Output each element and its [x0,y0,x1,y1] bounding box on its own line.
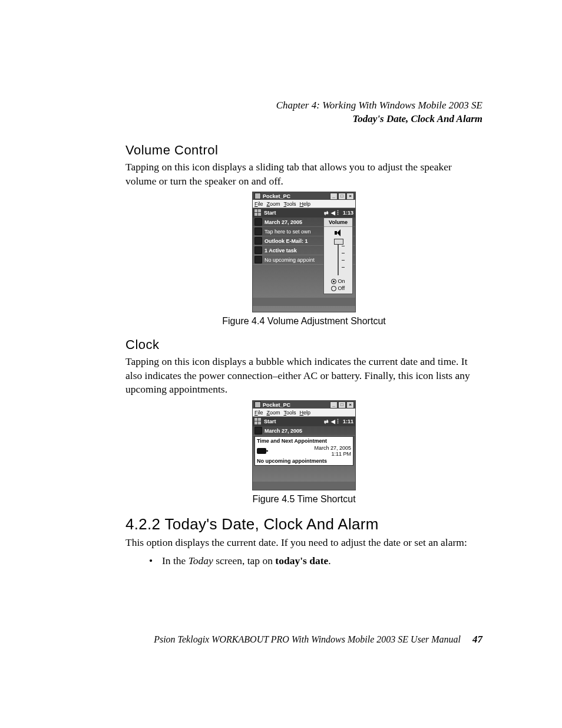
figure-4-4-caption: Figure 4.4 Volume Adjustment Shortcut [125,316,482,327]
radio-off[interactable]: Off [331,285,345,292]
start-label[interactable]: Start [264,419,276,424]
figure-4-5-caption: Figure 4.5 Time Shortcut [125,494,482,505]
bubble-datetime: March 27, 2005 1:11 PM [314,445,351,457]
figure-4-5-wrap: Pocket_PC _ □ × File Zoom Tools Help Sta… [125,400,482,490]
radio-off-label: Off [338,285,345,292]
bullet-bold: today's date [275,555,328,566]
window-title: Pocket_PC [263,402,290,408]
menu-zoom[interactable]: Zoom [267,201,280,207]
speaker-icon[interactable]: ◀⋮ [331,419,340,424]
pocket-pc-window: Pocket_PC _ □ × File Zoom Tools Help Sta… [252,400,356,490]
calendar-icon [254,256,262,263]
windows-flag-icon[interactable] [254,417,262,426]
speaker-icon[interactable]: ◀⋮ [331,210,340,216]
titlebar-buttons: _ □ × [329,401,354,409]
menu-tools[interactable]: Tools [284,410,296,416]
bullet-text: In the Today screen, tap on today's date… [162,555,331,567]
bullet-marker: • [149,555,162,567]
app-icon [254,401,261,408]
start-bar: Start ⇄ ◀⋮ 1:11 [253,417,355,426]
bubble-no-appointments: No upcoming appointments [257,458,351,464]
menubar: File Zoom Tools Help [253,200,355,208]
slider-tick [342,267,345,268]
volume-slider[interactable] [333,239,343,275]
today-footer [253,298,355,306]
bullet-ital: Today [189,555,213,566]
row-task-text: 1 Active task [265,248,297,253]
start-label[interactable]: Start [264,210,276,216]
para-4-2-2: This option displays the current date. I… [125,536,482,550]
slider-tick [342,260,345,261]
time-bubble: Time and Next Appointment March 27, 2005… [254,436,353,466]
titlebar: Pocket_PC _ □ × [253,192,355,200]
svg-rect-0 [254,209,257,212]
close-button[interactable]: × [346,193,354,200]
chapter-line: Chapter 4: Working With Windows Mobile 2… [125,99,482,113]
menu-help[interactable]: Help [300,410,311,416]
bullet-mid: screen, tap on [213,555,275,566]
menubar: File Zoom Tools Help [253,409,355,417]
today-screen: March 27, 2005 Tap here to set own Outlo… [253,218,355,312]
windows-flag-icon[interactable] [254,209,262,217]
clock-text[interactable]: 1:11 [343,419,353,424]
connectivity-icon[interactable]: ⇄ [324,210,329,216]
maximize-button[interactable]: □ [338,401,346,409]
window-title: Pocket_PC [263,193,290,199]
clock-icon [254,218,262,226]
slider-thumb[interactable] [334,239,343,245]
svg-rect-6 [254,421,257,424]
task-icon [254,246,262,254]
svg-rect-3 [258,213,261,216]
volume-popup: Volume On Off [323,218,353,294]
app-icon [254,193,261,199]
radio-off-dot [331,286,336,291]
minimize-button[interactable]: _ [330,401,338,409]
page-number: 47 [472,634,482,645]
menu-file[interactable]: File [254,410,263,416]
manual-page: Chapter 4: Working With Windows Mobile 2… [0,0,562,728]
tray: ⇄ ◀⋮ 1:13 [324,210,353,216]
minimize-button[interactable]: _ [330,193,338,200]
bullet-pre: In the [162,555,189,566]
footer-text: Psion Teklogix WORKABOUT PRO With Window… [154,634,461,644]
row-appt-text: No upcoming appoint [265,257,315,263]
maximize-button[interactable]: □ [338,193,346,200]
menu-help[interactable]: Help [300,201,311,207]
pocket-pc-window: Pocket_PC _ □ × File Zoom Tools Help Sta… [252,192,356,312]
radio-on[interactable]: On [331,278,345,285]
row-date-text: March 27, 2005 [265,428,302,434]
bubble-datetime-row: March 27, 2005 1:11 PM [257,445,351,457]
radio-on-dot [331,279,336,284]
page-footer: Psion Teklogix WORKABOUT PRO With Window… [0,634,562,645]
section-line: Today's Date, Clock And Alarm [125,113,482,126]
menu-tools[interactable]: Tools [284,201,296,207]
bullet-post: . [328,555,330,566]
power-plug-icon [257,448,266,454]
tray: ⇄ ◀⋮ 1:11 [324,419,353,424]
slider-tick [342,246,345,246]
menu-file[interactable]: File [254,201,263,207]
svg-rect-1 [258,209,261,212]
today-footer [253,482,355,490]
row-date[interactable]: March 27, 2005 [253,426,355,436]
bullet-today-date: • In the Today screen, tap on today's da… [149,555,482,567]
start-bar: Start ⇄ ◀⋮ 1:13 [253,208,355,218]
titlebar-buttons: _ □ × [329,193,354,200]
svg-rect-4 [254,418,257,421]
owner-icon [254,228,262,235]
menu-zoom[interactable]: Zoom [267,410,280,416]
titlebar: Pocket_PC _ □ × [253,401,355,409]
connectivity-icon[interactable]: ⇄ [324,419,329,424]
figure-4-4-wrap: Pocket_PC _ □ × File Zoom Tools Help Sta… [125,192,482,312]
clock-icon [254,427,262,434]
volume-radios: On Off [331,278,345,292]
heading-clock: Clock [125,337,482,353]
bubble-time: 1:11 PM [314,451,351,457]
para-clock: Tapping on this icon displays a bubble w… [125,355,482,397]
row-mail-text: Outlook E-Mail: 1 [265,238,308,244]
row-owner-text: Tap here to set own [265,229,311,235]
heading-volume-control: Volume Control [125,143,482,158]
close-button[interactable]: × [346,401,354,409]
para-volume-control: Tapping on this icon displays a sliding … [125,160,482,188]
clock-text[interactable]: 1:13 [343,210,353,216]
